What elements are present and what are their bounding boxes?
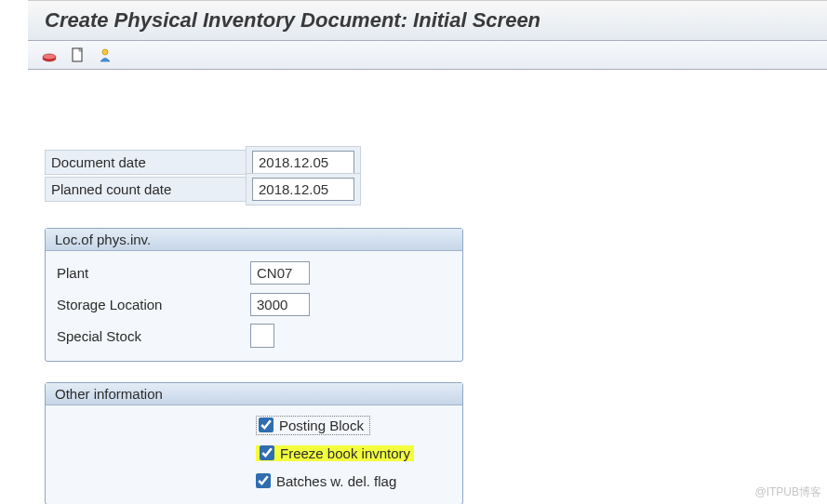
posting-block-focus-frame: Posting Block <box>256 416 370 435</box>
plant-row: Plant <box>55 257 453 288</box>
document-icon[interactable] <box>69 46 86 63</box>
plant-input[interactable] <box>250 261 310 285</box>
special-stock-label: Special Stock <box>55 325 250 348</box>
user-icon[interactable] <box>97 46 113 63</box>
date-fields-group: Document date Planned count date <box>45 148 810 203</box>
freeze-book-row: Freeze book invntory <box>55 439 453 467</box>
svg-point-1 <box>43 54 56 60</box>
batches-del-row: Batches w. del. flag <box>55 467 453 495</box>
print-icon[interactable] <box>41 46 58 63</box>
special-stock-row: Special Stock <box>55 320 453 351</box>
watermark: @ITPUB博客 <box>754 484 821 500</box>
freeze-book-label: Freeze book invntory <box>280 445 410 461</box>
freeze-book-checkbox[interactable] <box>260 445 274 460</box>
storage-location-input[interactable] <box>250 293 310 316</box>
other-panel-body: Posting Block Freeze book invntory Batch… <box>46 405 462 504</box>
document-date-label: Document date <box>45 150 246 175</box>
toolbar <box>28 41 827 70</box>
plant-label: Plant <box>55 261 250 285</box>
posting-block-row: Posting Block <box>55 411 453 439</box>
posting-block-checkbox[interactable] <box>259 418 273 432</box>
page-title: Create Physical Inventory Document: Init… <box>45 8 810 33</box>
planned-count-date-label: Planned count date <box>45 177 246 202</box>
other-panel-header: Other information <box>46 383 462 405</box>
other-information-panel: Other information Posting Block Freeze b… <box>45 382 463 504</box>
special-stock-input[interactable] <box>250 324 274 348</box>
loc-panel-body: Plant Storage Location Special Stock <box>46 251 462 361</box>
posting-block-label: Posting Block <box>279 418 364 433</box>
document-date-row: Document date <box>45 148 810 176</box>
batches-del-label: Batches w. del. flag <box>276 473 396 489</box>
loc-phys-inv-panel: Loc.of phys.inv. Plant Storage Location … <box>45 228 463 362</box>
planned-count-date-row: Planned count date <box>45 175 810 203</box>
document-date-input[interactable] <box>252 151 354 174</box>
freeze-book-highlight: Freeze book invntory <box>256 445 414 461</box>
loc-panel-header: Loc.of phys.inv. <box>46 229 462 251</box>
svg-point-3 <box>102 49 108 55</box>
storage-location-label: Storage Location <box>55 293 250 316</box>
content-area: Document date Planned count date Loc.of … <box>28 70 827 504</box>
batches-del-checkbox[interactable] <box>256 473 271 488</box>
title-bar: Create Physical Inventory Document: Init… <box>28 0 827 41</box>
storage-location-row: Storage Location <box>55 288 453 320</box>
planned-count-date-input[interactable] <box>252 178 354 201</box>
